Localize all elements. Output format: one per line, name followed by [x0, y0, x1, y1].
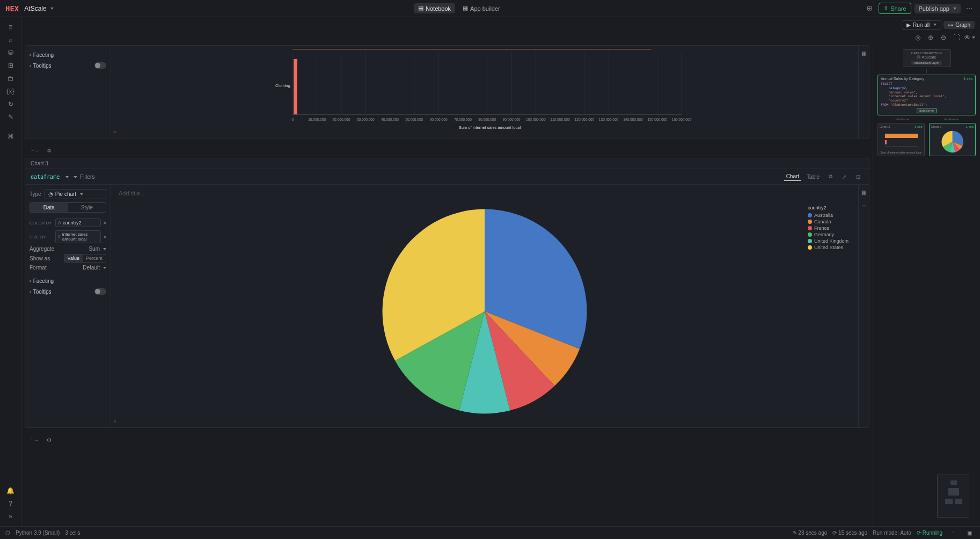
data-connection-node[interactable]: DATA CONNECTION ⛁ AtScale AtScaleSemLaye…: [903, 49, 951, 67]
tooltips-toggle[interactable]: [94, 62, 106, 69]
graph-view-button[interactable]: ⊶ Graph: [944, 21, 975, 29]
app-builder-icon: ▦: [463, 5, 468, 12]
table-tab[interactable]: Table: [805, 173, 822, 181]
zoom-in-icon[interactable]: ⊕: [925, 32, 936, 43]
variables-icon[interactable]: {x}: [5, 86, 16, 97]
svg-text:60,000,000: 60,000,000: [430, 118, 448, 121]
svg-rect-40: [885, 140, 887, 144]
sql-preview: SELECT category2, "annual sales", "inter…: [881, 82, 972, 107]
statusbar: ⬡ Python 3.9 (Small) 3 cells ✎ 23 secs a…: [0, 526, 980, 539]
aggregate-selector[interactable]: Sum: [89, 246, 106, 252]
sql-node[interactable]: Annual Sales by Category 1 sec SELECT ca…: [877, 75, 976, 115]
chart-tab[interactable]: Chart: [784, 172, 801, 181]
svg-rect-18: [294, 59, 297, 115]
history-icon[interactable]: ↻: [5, 99, 16, 110]
legend-item[interactable]: Canada: [808, 218, 849, 225]
legend-item[interactable]: France: [808, 225, 849, 231]
app-builder-mode-button[interactable]: ▦ App builder: [458, 3, 504, 13]
project-selector[interactable]: AtScale: [24, 5, 53, 12]
expand-rail-icon[interactable]: »: [5, 511, 16, 522]
legend-item[interactable]: United States: [808, 244, 849, 251]
pie-faceting-toggle[interactable]: › Faceting: [30, 276, 106, 286]
text-type-icon: A: [58, 220, 61, 225]
zoom-out-icon[interactable]: ⊖: [938, 32, 949, 43]
legend-item[interactable]: Australia: [808, 212, 849, 218]
svg-text:50,000,000: 50,000,000: [405, 118, 423, 121]
svg-text:140,000,000: 140,000,000: [623, 118, 643, 121]
add-title-input[interactable]: Add title...: [114, 188, 855, 199]
legend-item[interactable]: Germany: [808, 231, 849, 238]
settings-icon[interactable]: ⚙: [43, 145, 54, 156]
expand-icon[interactable]: ⤢: [839, 171, 850, 182]
keyboard-icon[interactable]: ⌘: [5, 131, 16, 142]
shield-icon[interactable]: ⛨: [865, 3, 875, 14]
clear-size-by-icon[interactable]: ×: [103, 234, 106, 240]
collapse-handle[interactable]: «: [113, 129, 116, 135]
show-as-segmented[interactable]: Value Percent: [64, 254, 106, 263]
size-by-value: internet sales amount local: [62, 232, 98, 242]
status-more-icon[interactable]: ⋮: [948, 528, 959, 538]
pie-chart-svg: [377, 204, 592, 419]
faceting-toggle[interactable]: › Faceting: [30, 50, 106, 60]
collapse-handle-2[interactable]: «: [113, 418, 116, 424]
share-button[interactable]: ⇪ Share: [879, 3, 911, 14]
target-icon[interactable]: ◎: [912, 32, 923, 43]
search-icon[interactable]: ⌕: [5, 34, 16, 45]
cell-rail: ▦: [858, 46, 869, 138]
clear-color-by-icon[interactable]: ×: [103, 220, 106, 226]
format-selector[interactable]: Default: [83, 265, 106, 271]
popout-icon[interactable]: ⊡: [853, 171, 864, 182]
status-expand-icon[interactable]: ▣: [964, 528, 975, 538]
pie-tooltips-label: Tooltips: [33, 289, 52, 295]
data-icon[interactable]: ⛁: [5, 47, 16, 58]
cell-layout-icon[interactable]: ▦: [859, 48, 869, 59]
legend-item[interactable]: United Kingdom: [808, 238, 849, 244]
chart3-node[interactable]: Chart 31 sec: [929, 123, 976, 156]
svg-text:80,000,000: 80,000,000: [478, 118, 496, 121]
copy-icon[interactable]: ⧉: [825, 171, 836, 182]
chart2-node[interactable]: Chart 21 sec Sum of internet sales amoun…: [877, 123, 925, 156]
format-label: Format: [30, 265, 47, 271]
color-by-field[interactable]: A country2: [55, 218, 101, 227]
cell-more-icon[interactable]: ⋯: [859, 200, 869, 210]
legend-swatch: [808, 226, 812, 230]
fullscreen-icon[interactable]: ⛶: [951, 32, 962, 43]
chart-type-selector[interactable]: ◔ Pie chart: [45, 189, 106, 199]
schema-icon[interactable]: ⊞: [5, 60, 16, 71]
pie-tooltips-row[interactable]: › Tooltips: [30, 286, 106, 297]
comments-icon[interactable]: ✎: [5, 112, 16, 122]
more-icon[interactable]: ⋯: [964, 3, 975, 14]
outline-icon[interactable]: ≡: [5, 21, 16, 32]
tooltips-row[interactable]: › Tooltips: [30, 60, 106, 71]
value-option[interactable]: Value: [64, 254, 83, 262]
notifications-icon[interactable]: 🔔: [5, 485, 16, 496]
visibility-icon[interactable]: 👁: [964, 32, 975, 43]
run-all-button[interactable]: ▶ Run all: [902, 20, 941, 30]
edit-time: ✎ 23 secs ago: [793, 530, 828, 536]
run-mode[interactable]: Run mode: Auto: [873, 530, 911, 536]
app-builder-label: App builder: [470, 5, 500, 12]
cell-layout-icon[interactable]: ▦: [859, 187, 869, 198]
style-tab[interactable]: Style: [68, 203, 106, 212]
kernel-label[interactable]: Python 3.9 (Small): [16, 530, 60, 536]
notebook-mode-button[interactable]: ▤ Notebook: [414, 3, 455, 13]
dataframe-label[interactable]: dataframe: [31, 174, 60, 180]
percent-option[interactable]: Percent: [83, 254, 106, 262]
minimap[interactable]: [937, 475, 969, 518]
running-status[interactable]: ⟳ Running: [917, 530, 942, 536]
filters-label: Filters: [80, 174, 94, 180]
publish-button[interactable]: Publish app: [915, 4, 961, 13]
settings-icon-2[interactable]: ⚙: [43, 434, 54, 445]
pie-faceting-label: Faceting: [33, 278, 54, 284]
filters-button[interactable]: ⏷ Filters: [73, 174, 94, 180]
chart3-time: 1 sec: [966, 125, 974, 128]
notebook-icon: ▤: [418, 5, 423, 12]
data-tab[interactable]: Data: [30, 203, 68, 212]
help-icon[interactable]: ?: [5, 498, 16, 509]
pie-tooltips-toggle[interactable]: [94, 288, 106, 295]
tooltips-label: Tooltips: [33, 63, 52, 69]
files-icon[interactable]: 🗀: [5, 73, 16, 84]
svg-text:0: 0: [292, 118, 294, 121]
size-by-field[interactable]: # internet sales amount local: [55, 230, 101, 243]
chevron-down-icon[interactable]: [64, 174, 69, 179]
